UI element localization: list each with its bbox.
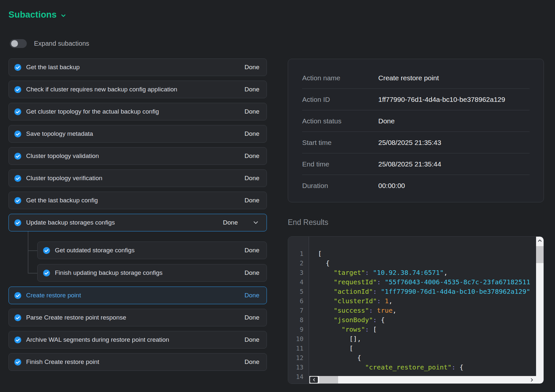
subaction-status: Done	[245, 197, 259, 204]
subaction-label: Get the last backup config	[26, 197, 98, 204]
subaction-status: Done	[245, 175, 259, 182]
subaction-row-archive-wal-segments[interactable]: Archive WAL segments during restore poin…	[8, 331, 267, 349]
expand-subactions-toggle[interactable]	[10, 39, 27, 48]
subaction-label: Save topology metadata	[26, 130, 93, 137]
check-circle-icon	[14, 108, 22, 116]
subaction-label: Finish Create restore point	[26, 358, 99, 366]
code-line: "clusterId": 1,	[318, 296, 536, 306]
code-line: "rows": [	[318, 325, 536, 334]
subaction-status: Done	[245, 358, 259, 366]
subaction-status: Done	[245, 269, 259, 276]
end-results-code-block: 1234567891011121314 [ { "target": "10.92…	[288, 236, 544, 384]
horizontal-scrollbar-thumb[interactable]	[319, 376, 338, 384]
detail-label: Action name	[302, 74, 378, 82]
subaction-row-topology-verification[interactable]: Cluster topology verification Done	[8, 169, 267, 187]
subaction-label: Cluster topology verification	[26, 175, 102, 182]
vertical-scrollbar[interactable]	[536, 237, 544, 384]
check-circle-icon	[14, 152, 22, 160]
subaction-label: Check if cluster requires new backup con…	[26, 86, 177, 93]
subaction-row-topology-validation[interactable]: Cluster topology validation Done	[8, 147, 267, 165]
subaction-label: Cluster topology validation	[26, 152, 99, 160]
subaction-row-get-outdated-storage-configs[interactable]: Get outdated storage configs Done	[37, 242, 267, 259]
subaction-status: Done	[245, 152, 259, 160]
subaction-label: Create restore point	[26, 292, 81, 299]
subaction-status: Done	[245, 314, 259, 321]
scroll-right-icon[interactable]	[530, 376, 534, 384]
subaction-row-get-the-last-backup[interactable]: Get the last backup Done	[8, 58, 267, 76]
tree-connector-line	[28, 231, 28, 273]
action-details-panel: Action name Create restore point Action …	[288, 0, 544, 392]
detail-row-duration: Duration 00:00:00	[302, 175, 530, 196]
tree-connector-elbow	[28, 273, 37, 274]
subaction-row-finish-create-restore-point[interactable]: Finish Create restore point Done	[8, 353, 267, 371]
detail-value: 1ff77990-76d1-4d4a-bc10-be378962a129	[378, 96, 505, 103]
subaction-row-finish-updating-storage-configs[interactable]: Finish updating backup storage configs D…	[37, 264, 267, 282]
detail-label: Action status	[302, 117, 378, 125]
code-line: [	[318, 344, 536, 353]
detail-value: Create restore point	[378, 74, 439, 82]
subaction-status: Done	[245, 86, 259, 93]
subaction-label: Get cluster topology for the actual back…	[26, 108, 159, 115]
subactions-header[interactable]: Subactions	[8, 10, 67, 20]
detail-row-start-time: Start time 25/08/2025 21:35:43	[302, 132, 530, 153]
subaction-label: Update backup storages configs	[26, 219, 115, 226]
code-viewport[interactable]: [ { "target": "10.92.38.74:6571", "reque…	[309, 237, 536, 384]
check-circle-icon	[14, 64, 22, 71]
collapse-chevron-icon[interactable]	[252, 219, 259, 226]
detail-label: End time	[302, 160, 378, 168]
expand-subactions-control: Expand subactions	[10, 39, 89, 48]
subaction-children-group: Get outdated storage configs Done Finish…	[37, 242, 267, 282]
detail-label: Action ID	[302, 96, 378, 103]
detail-value: 00:00:00	[378, 182, 405, 190]
detail-row-action-name: Action name Create restore point	[302, 67, 530, 89]
code-line: [	[318, 249, 536, 259]
vertical-scrollbar-thumb[interactable]	[536, 246, 544, 263]
check-circle-icon	[14, 292, 22, 299]
subaction-label: Finish updating backup storage configs	[55, 269, 163, 276]
subaction-row-get-last-backup-config[interactable]: Get the last backup config Done	[8, 192, 267, 209]
code-line: "create_restore_point": {	[318, 363, 536, 372]
check-circle-icon	[14, 175, 22, 182]
subaction-label: Get the last backup	[26, 64, 80, 71]
subaction-status: Done	[245, 108, 259, 115]
subactions-list: Get the last backup Done Check if cluste…	[8, 58, 267, 375]
check-circle-icon	[43, 247, 50, 254]
page-title: Subactions	[8, 10, 57, 20]
detail-label: Duration	[302, 182, 378, 190]
check-circle-icon	[14, 86, 22, 93]
subaction-row-save-topology-metadata[interactable]: Save topology metadata Done	[8, 125, 267, 143]
subaction-row-check-cluster-config[interactable]: Check if cluster requires new backup con…	[8, 81, 267, 98]
check-circle-icon	[14, 314, 22, 321]
subaction-row-update-backup-storages[interactable]: Update backup storages configs Done	[8, 214, 267, 231]
tree-connector-elbow	[28, 250, 37, 251]
code-line: [],	[318, 334, 536, 344]
subaction-status: Done	[245, 336, 259, 343]
check-circle-icon	[43, 269, 50, 277]
detail-label: Start time	[302, 139, 378, 147]
scroll-up-icon[interactable]	[536, 238, 544, 243]
check-circle-icon	[14, 358, 22, 366]
subactions-panel: Subactions Expand subactions Get the las…	[8, 0, 267, 392]
code-line: "success": true,	[318, 306, 536, 315]
subaction-row-parse-create-restore-point[interactable]: Parse Create restore point response Done	[8, 309, 267, 326]
detail-value: 25/08/2025 21:35:44	[378, 160, 441, 168]
end-results-heading: End Results	[288, 218, 328, 227]
check-circle-icon	[14, 336, 22, 344]
detail-value: Done	[378, 117, 395, 125]
code-line: {	[318, 259, 536, 268]
horizontal-scrollbar[interactable]	[309, 376, 536, 384]
subaction-status: Done	[223, 219, 238, 226]
action-details-card: Action name Create restore point Action …	[288, 59, 544, 202]
subaction-row-get-cluster-topology[interactable]: Get cluster topology for the actual back…	[8, 103, 267, 120]
check-circle-icon	[14, 130, 22, 138]
code-line: "requestId": "55f76043-4006-4535-8c7c-23…	[318, 277, 536, 287]
subaction-status: Done	[245, 247, 259, 254]
scroll-left-icon[interactable]	[310, 377, 318, 383]
code-line: "actionId": "1ff77990-76d1-4d4a-bc10-be3…	[318, 287, 536, 296]
subaction-status: Done	[245, 292, 259, 299]
subaction-status: Done	[245, 64, 259, 71]
detail-value: 25/08/2025 21:35:43	[378, 139, 441, 147]
subaction-row-create-restore-point[interactable]: Create restore point Done	[8, 287, 267, 304]
subactions-page: Subactions Expand subactions Get the las…	[0, 0, 555, 392]
code-line: "jsonBody": {	[318, 315, 536, 325]
